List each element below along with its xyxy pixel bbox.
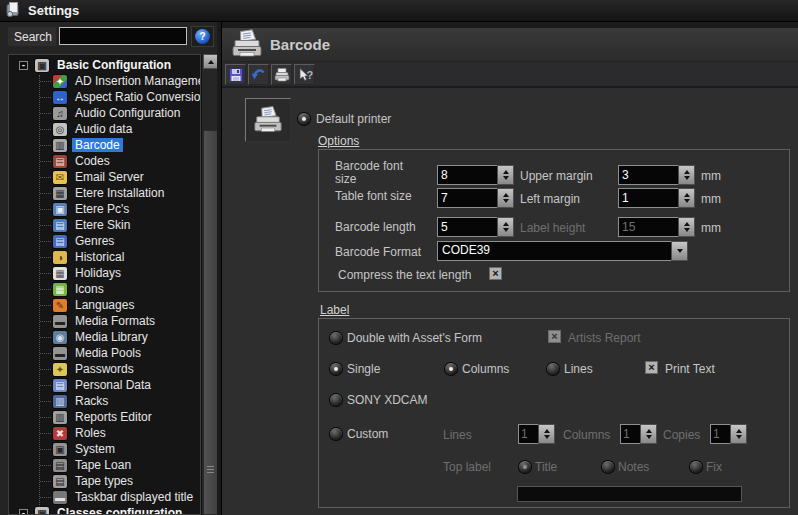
printer-icon — [230, 29, 264, 63]
custom-label[interactable]: Custom — [347, 427, 388, 441]
custom-copies-label: Copies — [663, 428, 700, 442]
tree-item[interactable]: ▣ Etere Pc's — [9, 201, 200, 217]
printer-select-button[interactable] — [245, 98, 291, 142]
scroll-thumb[interactable] — [203, 130, 218, 515]
scroll-up-button[interactable] — [203, 54, 218, 69]
lines-radio[interactable] — [547, 363, 559, 375]
tree-item-label: Passwords — [72, 362, 137, 376]
tree-item[interactable]: ▣ System — [9, 441, 200, 457]
tree-item[interactable]: ▥ Reports Editor — [9, 409, 200, 425]
search-help-button[interactable]: ? — [191, 26, 214, 47]
spinner-arrows-icon[interactable] — [678, 165, 695, 185]
label-height-label: Label height — [520, 221, 585, 235]
passwords-icon: ✦ — [53, 363, 67, 376]
save-button[interactable] — [225, 64, 246, 85]
tree-scrollbar[interactable] — [201, 54, 217, 515]
spinner-arrows-icon[interactable] — [678, 188, 695, 208]
tree-item[interactable]: ▬ Taskbar displayed title — [9, 489, 200, 505]
tree-item[interactable]: ✦ Passwords — [9, 361, 200, 377]
tree-item[interactable]: ▤ Etere Skin — [9, 217, 200, 233]
printer-icon — [252, 106, 284, 135]
tree-item[interactable]: ▤ Personal Data — [9, 377, 200, 393]
compress-text-label[interactable]: Compress the text length — [338, 268, 471, 282]
tree-item[interactable]: ▥ Barcode — [9, 137, 200, 153]
default-printer-label[interactable]: Default printer — [316, 112, 391, 126]
print-text-label[interactable]: Print Text — [665, 362, 715, 376]
tree-item[interactable]: ▬ Media Formats — [9, 313, 200, 329]
etere-skin-icon: ▤ — [53, 219, 67, 232]
columns-radio[interactable] — [445, 363, 457, 375]
tree-item-label: Basic Configuration — [54, 58, 174, 72]
single-label[interactable]: Single — [347, 362, 380, 376]
tree-item[interactable]: ▤ Tape types — [9, 473, 200, 489]
sony-xdcam-label[interactable]: SONY XDCAM — [347, 393, 427, 407]
tree-item[interactable]: ♫ Audio Configuration — [9, 105, 200, 121]
spinner-arrows-icon[interactable] — [678, 217, 695, 237]
undo-button[interactable] — [248, 64, 269, 85]
tree-item[interactable]: ▬ Media Pools — [9, 345, 200, 361]
context-help-button[interactable]: ? — [294, 64, 315, 85]
tree-item[interactable]: ▦ Etere Installation — [9, 185, 200, 201]
custom-radio[interactable] — [330, 428, 342, 440]
tree-item[interactable]: ▤ Codes — [9, 153, 200, 169]
compress-checkbox[interactable] — [489, 267, 502, 280]
top-label-fix-radio[interactable] — [690, 461, 702, 473]
tree-item[interactable]: ▦ Icons — [9, 281, 200, 297]
tree-item[interactable]: ▥ Racks — [9, 393, 200, 409]
sony-xdcam-radio[interactable] — [330, 394, 342, 406]
dropdown-arrow-icon[interactable] — [671, 241, 688, 261]
spinner-arrows-icon[interactable] — [640, 424, 657, 444]
barcode-settings-content: Default printer Options Barcode font siz… — [222, 88, 798, 515]
media-library-icon: ◉ — [53, 331, 67, 344]
double-with-assets-form-label[interactable]: Double with Asset's Form — [347, 331, 482, 345]
custom-top-label-input[interactable] — [517, 486, 742, 502]
search-input[interactable] — [59, 27, 187, 45]
default-printer-radio[interactable] — [298, 113, 310, 125]
tree-item-label: Roles — [72, 426, 109, 440]
spinner-arrows-icon[interactable] — [730, 424, 747, 444]
tree-item[interactable]: ✉ Email Server — [9, 169, 200, 185]
media-pools-icon: ▬ — [53, 347, 67, 360]
upper-margin-input[interactable] — [618, 165, 678, 185]
table-font-size-input[interactable] — [437, 188, 497, 208]
spinner-arrows-icon[interactable] — [538, 424, 555, 444]
spinner-arrows-icon[interactable] — [497, 188, 514, 208]
print-text-checkbox[interactable] — [645, 361, 658, 374]
custom-columns-spinner — [620, 424, 657, 444]
tree-item[interactable]: ✎ Languages — [9, 297, 200, 313]
tree-item-label: Genres — [72, 234, 117, 248]
barcode-font-size-input[interactable] — [437, 165, 497, 185]
barcode-length-input[interactable] — [437, 217, 497, 237]
tree-item[interactable]: ▦ Holidays — [9, 265, 200, 281]
tree-item[interactable]: - ▣ Classes configuration — [9, 505, 200, 515]
tree-expander-icon[interactable]: - — [19, 509, 28, 515]
tree-item[interactable]: ◑ Historical — [9, 249, 200, 265]
tree-item[interactable]: ▤ Tape Loan — [9, 457, 200, 473]
tree-item[interactable]: - ▣ Basic Configuration — [9, 57, 200, 73]
tree-item[interactable]: ◉ Media Library — [9, 329, 200, 345]
tree-item[interactable]: ▤ Genres — [9, 233, 200, 249]
spinner-arrows-icon[interactable] — [497, 217, 514, 237]
top-label-title-radio[interactable] — [519, 461, 531, 473]
print-button[interactable] — [271, 64, 292, 85]
options-section-label: Options — [318, 134, 359, 148]
left-margin-input[interactable] — [618, 188, 678, 208]
artists-report-checkbox[interactable] — [548, 330, 561, 343]
tree-item-label: Holidays — [72, 266, 124, 280]
top-label-notes-radio[interactable] — [602, 461, 614, 473]
tree-expander-icon[interactable]: - — [19, 61, 28, 70]
tree-item-label: Classes configuration — [54, 506, 185, 515]
tree-item[interactable]: ✦ AD Insertion Management — [9, 73, 200, 89]
top-label-label: Top label — [443, 460, 491, 474]
tree-item[interactable]: ◎ Audio data — [9, 121, 200, 137]
tree-item[interactable]: ↔ Aspect Ratio Conversion — [9, 89, 200, 105]
label-height-input — [618, 217, 678, 237]
single-radio[interactable] — [330, 363, 342, 375]
columns-label[interactable]: Columns — [462, 362, 509, 376]
barcode-format-dropdown[interactable]: CODE39 — [437, 241, 688, 261]
unit-label: mm — [701, 169, 721, 183]
spinner-arrows-icon[interactable] — [497, 165, 514, 185]
lines-label[interactable]: Lines — [564, 362, 593, 376]
tree-item[interactable]: ✖ Roles — [9, 425, 200, 441]
double-with-assets-form-radio[interactable] — [330, 332, 342, 344]
